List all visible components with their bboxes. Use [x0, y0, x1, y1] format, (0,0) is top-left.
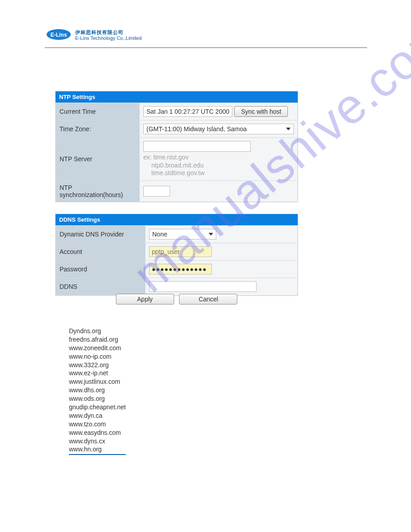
ntp-settings-panel: NTP Settings Current Time Sat Jan 1 00:2…	[55, 91, 298, 202]
list-item: www.dhs.org	[69, 386, 126, 395]
company-logo: E-Lins 伊林思科技有限公司 E-Lins Technology Co.,L…	[46, 28, 142, 45]
apply-button[interactable]: Apply	[116, 294, 174, 305]
logo-en-text: E-Lins Technology Co.,Limited	[75, 35, 141, 41]
sync-with-host-button[interactable]: Sync with host	[234, 106, 288, 117]
ntp-server-input[interactable]	[143, 141, 251, 152]
ntp-sync-hours-label: NTP synchronization(hours)	[56, 180, 140, 202]
current-time-label: Current Time	[56, 103, 140, 120]
list-item: www.tzo.com	[69, 420, 126, 429]
action-button-row: Apply Cancel	[55, 294, 298, 305]
list-item: www.dyns.cx	[69, 437, 126, 446]
logo-cn-text: 伊林思科技有限公司	[75, 30, 124, 35]
chevron-down-icon	[286, 128, 291, 130]
list-item: www.3322.org	[69, 361, 126, 369]
ddns-account-input[interactable]	[149, 246, 212, 257]
timezone-select[interactable]: (GMT-11:00) Midway Island, Samoa	[143, 124, 294, 134]
list-item: freedns.afraid.org	[69, 335, 126, 344]
timezone-value: (GMT-11:00) Midway Island, Samoa	[146, 125, 247, 133]
list-item: www.justlinux.com	[69, 378, 126, 386]
ddns-account-label: Account	[56, 243, 146, 261]
list-item: www.easydns.com	[69, 429, 126, 437]
ddns-provider-select[interactable]: None	[149, 229, 216, 240]
ddns-settings-panel: DDNS Settings Dynamic DNS Provider None …	[55, 214, 298, 296]
list-item: www.ez-ip.net	[69, 369, 126, 378]
list-item: www.hn.org	[69, 445, 126, 455]
logo-badge-text: E-Lins	[51, 32, 67, 38]
ddns-provider-label: Dynamic DNS Provider	[56, 226, 146, 243]
list-item: www.no-ip.com	[69, 352, 126, 361]
list-item: www.zoneedit.com	[69, 344, 126, 352]
logo-badge: E-Lins	[46, 28, 72, 43]
header-divider	[45, 47, 367, 48]
list-item: www.ods.org	[69, 395, 126, 403]
ddns-password-label: Password	[56, 261, 146, 278]
list-item: www.dyn.ca	[69, 412, 126, 420]
ddns-provider-value: None	[152, 231, 167, 238]
list-item: gnudip.cheapnet.net	[69, 403, 126, 412]
ntp-settings-title: NTP Settings	[56, 91, 298, 103]
ddns-provider-list: Dyndns.org freedns.afraid.org www.zoneed…	[69, 327, 126, 455]
ntp-server-hint: ex: time.nist.gov ntp0.broad.mit.edu tim…	[143, 154, 294, 177]
ntp-sync-hours-input[interactable]	[143, 186, 170, 197]
ddns-field-input[interactable]	[149, 281, 257, 292]
timezone-label: Time Zone:	[56, 120, 140, 138]
current-time-value: Sat Jan 1 00:27:27 UTC 2000	[143, 106, 232, 117]
ntp-server-label: NTP Server	[56, 138, 140, 181]
ddns-settings-title: DDNS Settings	[56, 214, 298, 225]
list-item: Dyndns.org	[69, 327, 126, 335]
cancel-button[interactable]: Cancel	[179, 294, 237, 305]
ddns-field-label: DDNS	[56, 278, 146, 296]
chevron-down-icon	[209, 233, 213, 236]
ddns-password-input[interactable]: ●●●●●●●●●●●●●	[149, 264, 212, 275]
